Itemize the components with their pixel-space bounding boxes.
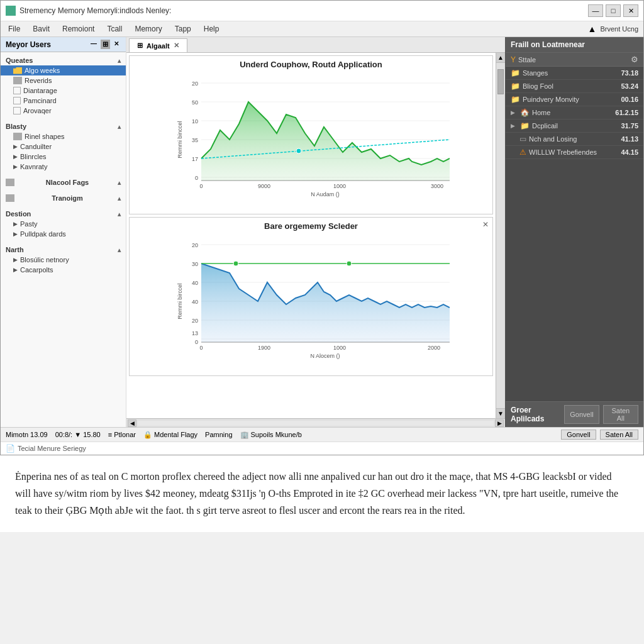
sidebar-minimize-btn[interactable]: —	[89, 40, 99, 49]
sidebar-header: Meyor Users — ⊞ ✕	[1, 37, 126, 52]
expand-arrow-icon: ▶	[13, 164, 18, 170]
svg-point-21	[296, 148, 301, 153]
horizontal-scrollbar[interactable]: ◀ ▶	[126, 418, 505, 427]
tab-icon: ⊞	[137, 42, 143, 50]
expand-arrow-icon: ▶	[13, 143, 18, 150]
sidebar-item-blosúlic[interactable]: ▶ Blosúlic netnory	[1, 255, 126, 265]
maximize-button[interactable]: □	[606, 4, 621, 17]
sidebar-item-arovaqer[interactable]: Arovaqer	[1, 106, 126, 116]
vertical-scrollbar[interactable]: ▲ ▼	[496, 53, 505, 418]
status-item-4: 🔒 Mdental Flagy	[143, 431, 197, 439]
brvent-ucng-button[interactable]: Brvent Ucng	[600, 25, 638, 33]
list-item[interactable]: 📁 Bliog Fool 53.24	[506, 80, 643, 93]
queates-caret[interactable]: ▴	[118, 57, 121, 64]
destion-caret[interactable]: ▴	[118, 211, 121, 218]
chart-1: Underd Couphow, Routd Application Remmi …	[129, 55, 493, 214]
sidebar-item-cacarpolts[interactable]: ▶ Cacarpolts	[1, 265, 126, 275]
extra-bar-text: Tecial Menure Seriegy	[18, 445, 86, 452]
gonvell-button[interactable]: Gonvell	[564, 405, 599, 424]
sidebar-item-reverids[interactable]: Reverids	[1, 75, 126, 86]
warning-icon: ⚠	[519, 148, 526, 157]
h-scroll-track	[138, 421, 494, 426]
svg-text:20: 20	[191, 318, 197, 324]
list-item[interactable]: ▶ 📁 Dcplicail 31.75	[506, 119, 643, 133]
list-item[interactable]: 📁 Puindvery Monvity 00.16	[506, 93, 643, 106]
blasty-caret[interactable]: ▴	[118, 123, 121, 130]
title-bar-left: Stremency Memory Memoryli:indlods Nenley…	[6, 6, 171, 16]
scroll-right-button[interactable]: ▶	[495, 419, 504, 427]
sidebar-item-algo-weeks[interactable]: Algo weeks	[1, 65, 126, 75]
menu-memory[interactable]: Memory	[132, 23, 164, 35]
minimize-button[interactable]: —	[588, 4, 603, 17]
status-bar-right: Gonvell Saten All	[561, 430, 638, 440]
menu-remoiont[interactable]: Remoiont	[60, 23, 97, 35]
chart-2: Bare orgememy Scleder ✕ Remmi birccel	[129, 217, 493, 376]
sidebar-close-btn[interactable]: ✕	[112, 40, 121, 49]
svg-text:30: 30	[191, 261, 197, 267]
svg-text:N Audam (): N Audam ()	[311, 191, 340, 197]
sidebar-item-diantarage[interactable]: Diantarage	[1, 86, 126, 96]
status-item-2: 00:8/: ▼ 15.80	[55, 431, 101, 438]
list-item[interactable]: ▶ 🏠 Home 61.2.15	[506, 106, 643, 119]
filter-icon: Y	[511, 55, 516, 64]
scroll-left-button[interactable]: ◀	[128, 419, 136, 427]
nlacool-caret[interactable]: ▴	[118, 179, 121, 186]
up-arrow-icon[interactable]: ▲	[588, 24, 597, 34]
expand-arrow-icon: ▶	[13, 267, 18, 273]
svg-text:40: 40	[191, 299, 197, 305]
svg-text:0: 0	[194, 339, 197, 345]
tab-close-icon[interactable]: ✕	[174, 42, 179, 50]
sidebar-item-pasty[interactable]: ▶ Pasty	[1, 219, 126, 229]
sidebar-icon-btn[interactable]: ⊞	[101, 40, 110, 49]
expand-arrow-icon: ▶	[13, 231, 18, 237]
chart-1-svg: Remmi binccel 20 50	[173, 70, 450, 209]
chart-2-svg: Remmi birccel 20 30	[173, 232, 450, 370]
menu-help[interactable]: Help	[201, 23, 222, 35]
sidebar-item-canduilter[interactable]: ▶ Canduilter	[1, 142, 126, 152]
list-item[interactable]: ⚠ WILLLW Trebefiendes 44.15	[506, 146, 643, 159]
list-item[interactable]: ▭ Nch and Losing 41.13	[506, 133, 643, 146]
right-panel-header: Fraill on Loatmenear	[506, 37, 643, 53]
checkbox-icon	[13, 87, 21, 94]
charts-scroll[interactable]: Underd Couphow, Routd Application Remmi …	[126, 53, 496, 418]
tranoigm-caret[interactable]: ▴	[118, 195, 121, 202]
gear-icon[interactable]: ⚙	[631, 55, 638, 64]
sidebar-item-rinel-shapes[interactable]: Rinel shapes	[1, 131, 126, 142]
tab-algaalt[interactable]: ⊞ Algaalt ✕	[129, 38, 187, 52]
list-item[interactable]: 📁 Stanges 73.18	[506, 67, 643, 80]
window-title: Stremency Memory Memoryli:indlods Nenley…	[19, 6, 171, 15]
sidebar-item-blinrcles[interactable]: ▶ Blinrcles	[1, 152, 126, 162]
expand-arrow-icon: ▶	[13, 221, 18, 227]
sidebar-item-pamcinard[interactable]: Pamcinard	[1, 96, 126, 106]
scroll-down-button[interactable]: ▼	[496, 408, 505, 418]
center-content: ⊞ Algaalt ✕ Underd Couphow, Routd Applic…	[126, 37, 505, 427]
menu-bavit[interactable]: Bavit	[30, 23, 52, 35]
chart-1-svg-wrap: Remmi binccel 20 50	[130, 70, 492, 214]
scroll-up-button[interactable]: ▲	[496, 53, 505, 63]
menu-file[interactable]: File	[6, 23, 23, 35]
menu-bar: File Bavit Remoiont Tcall Memory Tapp He…	[1, 21, 643, 37]
menu-tapp[interactable]: Tapp	[172, 23, 194, 35]
svg-text:9000: 9000	[257, 183, 270, 189]
sidebar-header-controls: — ⊞ ✕	[89, 40, 121, 49]
saten-all-status-button[interactable]: Saten All	[600, 430, 638, 440]
close-button[interactable]: ✕	[623, 4, 638, 17]
status-item-3: ≡ Ptlonar	[108, 431, 136, 438]
right-panel-toolbar: Y Sttale ⚙	[506, 53, 643, 67]
sidebar-item-kavnraty[interactable]: ▶ Kavnraty	[1, 162, 126, 172]
sidebar-section-destion: Destion ▴ ▶ Pasty ▶ Pulldpak dards	[1, 206, 126, 242]
sidebar-item-pulldpak[interactable]: ▶ Pulldpak dards	[1, 229, 126, 239]
chart-2-close-icon[interactable]: ✕	[482, 220, 489, 229]
saten-all-button[interactable]: Saten All	[603, 405, 638, 424]
gonvell-status-button[interactable]: Gonvell	[561, 430, 596, 440]
footer-buttons: Gonvell Saten All	[564, 405, 638, 424]
status-item-5: Pamning	[205, 431, 232, 438]
folder-icon	[13, 67, 22, 74]
folder-icon	[13, 77, 22, 84]
building-icon: 🏢	[240, 431, 249, 439]
narth-caret[interactable]: ▴	[118, 247, 121, 253]
svg-text:Remmi binccel: Remmi binccel	[177, 121, 183, 158]
menu-tcall[interactable]: Tcall	[104, 23, 125, 35]
body-paragraph: Ėnperina nes of as teal on C morton prof…	[15, 468, 629, 519]
scroll-thumb[interactable]	[497, 69, 504, 94]
